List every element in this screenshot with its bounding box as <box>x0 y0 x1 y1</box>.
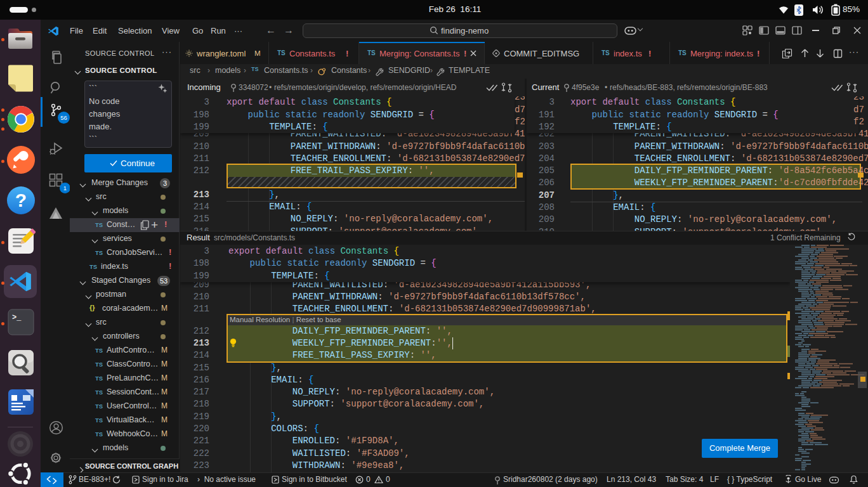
svg-text:?: ? <box>15 190 27 211</box>
svg-text:>_: >_ <box>12 313 22 322</box>
